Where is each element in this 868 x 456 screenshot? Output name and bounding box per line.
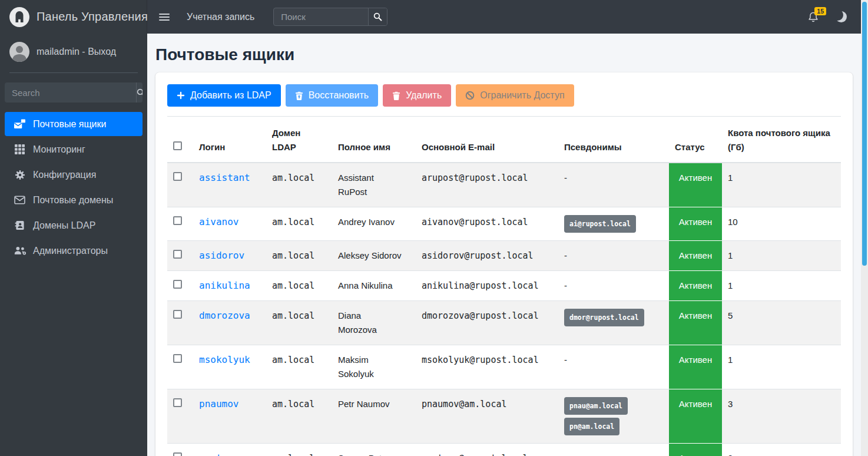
status-badge: Активен	[669, 444, 722, 456]
page-title: Почтовые ящики	[155, 45, 860, 64]
notifications-button[interactable]: 15	[807, 11, 819, 23]
full-name-cell: Assistant RuPost	[332, 163, 416, 207]
avatar	[9, 42, 29, 62]
full-name-cell: Petr Naumov	[332, 389, 416, 444]
add-from-ldap-button[interactable]: Добавить из LDAP	[167, 84, 281, 107]
account-link[interactable]: Учетная запись	[187, 12, 254, 22]
login-cell: anikulina	[193, 271, 266, 301]
row-checkbox[interactable]	[173, 172, 182, 181]
quota-cell: 2	[722, 444, 841, 456]
login-link[interactable]: msokolyuk	[199, 354, 250, 365]
navbar-search-button[interactable]	[368, 8, 387, 25]
user-logout-link[interactable]: mailadmin - Выход	[37, 47, 116, 57]
status-badge: Активен	[669, 389, 722, 444]
ldap-domain-cell: am.local	[266, 271, 332, 301]
status-badge: Активен	[669, 207, 722, 241]
button-label: Ограничить Доступ	[480, 90, 564, 101]
button-label: Восстановить	[309, 90, 369, 101]
search-icon	[373, 12, 382, 21]
sidebar-item-administrators[interactable]: Администраторы	[5, 239, 143, 263]
row-checkbox[interactable]	[173, 280, 182, 289]
login-link[interactable]: pnaumov	[199, 398, 238, 409]
login-link[interactable]: aivanov	[199, 216, 238, 227]
sidebar-search-input[interactable]	[5, 82, 136, 103]
sidebar-item-mailboxes[interactable]: Почтовые ящики	[5, 112, 143, 136]
row-checkbox[interactable]	[173, 310, 182, 319]
sidebar-search	[5, 82, 143, 103]
navbar-right: 15	[807, 11, 868, 23]
login-cell: dmorozova	[193, 301, 266, 345]
dark-mode-toggle[interactable]	[836, 11, 847, 22]
login-link[interactable]: spetrov	[199, 452, 238, 456]
content-wrapper: Почтовые ящики Добавить из LDAP Восстано…	[147, 0, 868, 456]
sidebar-item-label: Почтовые ящики	[33, 117, 106, 131]
row-checkbox-cell	[167, 163, 193, 207]
sidebar-search-button[interactable]	[136, 82, 143, 103]
sidebar-item-configuration[interactable]: Конфигурация	[5, 163, 143, 187]
sidebar-item-monitoring[interactable]: Мониторинг	[5, 137, 143, 161]
page-scrollbar-thumb[interactable]	[862, 2, 867, 266]
login-link[interactable]: anikulina	[199, 280, 250, 291]
row-checkbox[interactable]	[173, 398, 182, 407]
ldap-domain-cell: am.local	[266, 301, 332, 345]
column-header-quota: Квота почтового ящика (Гб)	[722, 117, 841, 163]
page-scrollbar[interactable]	[861, 0, 868, 456]
login-link[interactable]: asidorov	[199, 250, 244, 261]
aliases-cell: -	[558, 345, 669, 389]
row-checkbox-cell	[167, 241, 193, 271]
ldap-domain-cell: am.local	[266, 345, 332, 389]
sidebar-menu: Почтовые ящики Мониторинг Конфигурация П…	[5, 112, 143, 263]
ldap-domain-cell: am.local	[266, 207, 332, 241]
quota-cell: 1	[722, 241, 841, 271]
sidebar-item-label: Почтовые домены	[33, 193, 113, 207]
row-checkbox-cell	[167, 345, 193, 389]
brand[interactable]: Панель Управления	[0, 0, 147, 34]
table-row: msokolyukam.localMaksim Sokolyukmsokolyu…	[167, 345, 841, 389]
sidebar-item-label: Конфигурация	[33, 167, 96, 182]
alias-badge: pn@am.local	[564, 418, 619, 435]
login-link[interactable]: assistant	[199, 172, 250, 183]
button-label: Удалить	[406, 90, 442, 101]
address-book-icon	[12, 220, 28, 230]
column-header-login: Логин	[193, 117, 266, 163]
navbar-search	[273, 8, 387, 26]
aliases-cell: pnau@am.localpn@am.local	[558, 389, 669, 444]
brand-title: Панель Управления	[37, 10, 148, 24]
full-name-cell: Maksim Sokolyuk	[332, 345, 416, 389]
quota-cell: 1	[722, 271, 841, 301]
navbar-search-input[interactable]	[274, 8, 368, 25]
delete-button[interactable]: Удалить	[383, 84, 451, 107]
sidebar-item-label: Администраторы	[33, 243, 108, 258]
mailbox-table-body: assistantam.localAssistant RuPostarupost…	[167, 163, 841, 456]
email-cell: arupost@rupost.local	[416, 163, 558, 207]
ldap-domain-cell: am.local	[266, 389, 332, 444]
full-name-cell: Diana Morozova	[332, 301, 416, 345]
restore-button[interactable]: Восстановить	[286, 84, 378, 107]
full-name-cell: Aleksey Sidorov	[332, 241, 416, 271]
sidebar-item-ldap-domains[interactable]: Домены LDAP	[5, 213, 143, 237]
ban-icon	[465, 91, 475, 100]
sidebar-item-mail-domains[interactable]: Почтовые домены	[5, 188, 143, 212]
menu-toggle-button[interactable]	[147, 0, 178, 34]
email-cell: anikulina@rupost.local	[416, 271, 558, 301]
aliases-cell: -	[558, 163, 669, 207]
row-checkbox[interactable]	[173, 250, 182, 259]
full-name-cell: Anna Nikulina	[332, 271, 416, 301]
quota-cell: 3	[722, 389, 841, 444]
trash-icon	[392, 91, 400, 100]
table-row: dmorozovaam.localDiana Morozovadmorozova…	[167, 301, 841, 345]
aliases-cell: ai@rupost.local	[558, 207, 669, 241]
status-badge: Активен	[669, 345, 722, 389]
gear-icon	[12, 170, 28, 180]
aliases-cell: -	[558, 271, 669, 301]
table-row: asidorovam.localAleksey Sidorovasidorov@…	[167, 241, 841, 271]
row-checkbox[interactable]	[173, 452, 182, 456]
restrict-access-button[interactable]: Ограничить Доступ	[456, 84, 574, 107]
row-checkbox[interactable]	[173, 216, 182, 225]
select-all-checkbox[interactable]	[173, 141, 182, 150]
table-row: aivanovam.localAndrey Ivanovaivanov@rupo…	[167, 207, 841, 241]
status-badge: Активен	[669, 163, 722, 207]
login-link[interactable]: dmorozova	[199, 310, 250, 321]
row-checkbox[interactable]	[173, 354, 182, 363]
alias-badge: pnau@am.local	[564, 397, 628, 415]
